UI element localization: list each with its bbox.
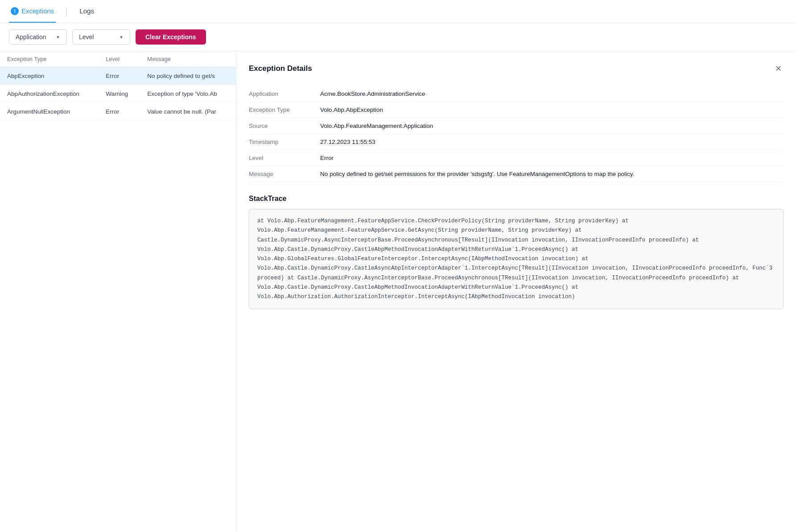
detail-row: SourceVolo.Abp.FeatureManagement.Applica… xyxy=(249,118,784,134)
table-row[interactable]: AbpAuthorizationExceptionWarningExceptio… xyxy=(0,85,236,103)
detail-field-label: Level xyxy=(249,155,320,161)
cell-message: Value cannot be null. (Par xyxy=(140,103,236,121)
detail-row: Exception TypeVolo.Abp.AbpException xyxy=(249,102,784,118)
col-message: Message xyxy=(140,51,236,67)
detail-field-label: Source xyxy=(249,123,320,129)
detail-panel-title: Exception Details xyxy=(249,64,312,73)
detail-row: Timestamp27.12.2023 11:55:53 xyxy=(249,134,784,150)
table-header-row: Exception Type Level Message xyxy=(0,51,236,67)
detail-field-label: Exception Type xyxy=(249,106,320,113)
detail-field-value: Volo.Abp.AbpException xyxy=(320,106,784,113)
detail-panel-header: Exception Details ✕ xyxy=(249,62,784,75)
tab-exceptions[interactable]: ! Exceptions xyxy=(9,0,56,23)
col-exception-type: Exception Type xyxy=(0,51,99,67)
detail-field-label: Message xyxy=(249,171,320,177)
exceptions-icon: ! xyxy=(11,7,19,15)
exceptions-table: Exception Type Level Message AbpExceptio… xyxy=(0,51,236,121)
application-chevron-icon: ▼ xyxy=(56,35,60,40)
cell-exception-type: ArgumentNullException xyxy=(0,103,99,121)
toolbar: Application ▼ Level ▼ Clear Exceptions xyxy=(0,23,796,51)
detail-row: ApplicationAcme.BookStore.Administration… xyxy=(249,86,784,102)
detail-field-value: Error xyxy=(320,155,784,161)
detail-field-value: Acme.BookStore.AdministrationService xyxy=(320,90,784,97)
detail-field-value: Volo.Abp.FeatureManagement.Application xyxy=(320,123,784,129)
exceptions-tab-label: Exceptions xyxy=(21,7,54,15)
level-dropdown-label: Level xyxy=(79,33,94,41)
cell-level: Error xyxy=(99,103,140,121)
detail-field-label: Timestamp xyxy=(249,139,320,145)
cell-exception-type: AbpException xyxy=(0,67,99,85)
detail-fields-section: ApplicationAcme.BookStore.Administration… xyxy=(249,86,784,182)
detail-field-label: Application xyxy=(249,90,320,97)
top-navigation: ! Exceptions Logs xyxy=(0,0,796,23)
cell-exception-type: AbpAuthorizationException xyxy=(0,85,99,103)
tab-logs[interactable]: Logs xyxy=(78,0,96,23)
stacktrace-section: StackTrace at Volo.Abp.FeatureManagement… xyxy=(249,195,784,309)
table-row[interactable]: ArgumentNullExceptionErrorValue cannot b… xyxy=(0,103,236,121)
detail-field-value: 27.12.2023 11:55:53 xyxy=(320,139,784,145)
detail-field-value: No policy defined to get/set permissions… xyxy=(320,171,784,177)
detail-row: LevelError xyxy=(249,150,784,166)
main-layout: Exception Type Level Message AbpExceptio… xyxy=(0,51,796,532)
clear-exceptions-button[interactable]: Clear Exceptions xyxy=(136,29,206,45)
exception-detail-panel: Exception Details ✕ ApplicationAcme.Book… xyxy=(236,51,796,532)
cell-level: Warning xyxy=(99,85,140,103)
table-row[interactable]: AbpExceptionErrorNo policy defined to ge… xyxy=(0,67,236,85)
logs-tab-label: Logs xyxy=(79,7,94,15)
cell-message: Exception of type 'Volo.Ab xyxy=(140,85,236,103)
close-detail-button[interactable]: ✕ xyxy=(773,62,784,75)
application-dropdown[interactable]: Application ▼ xyxy=(9,29,67,45)
level-chevron-icon: ▼ xyxy=(119,35,124,40)
nav-divider xyxy=(66,7,67,16)
cell-message: No policy defined to get/s xyxy=(140,67,236,85)
detail-row: MessageNo policy defined to get/set perm… xyxy=(249,166,784,182)
col-level: Level xyxy=(99,51,140,67)
cell-level: Error xyxy=(99,67,140,85)
application-dropdown-label: Application xyxy=(16,33,46,41)
stacktrace-content[interactable]: at Volo.Abp.FeatureManagement.FeatureApp… xyxy=(249,209,784,309)
exceptions-list-panel: Exception Type Level Message AbpExceptio… xyxy=(0,51,236,532)
stacktrace-title: StackTrace xyxy=(249,195,784,203)
level-dropdown[interactable]: Level ▼ xyxy=(72,29,130,45)
